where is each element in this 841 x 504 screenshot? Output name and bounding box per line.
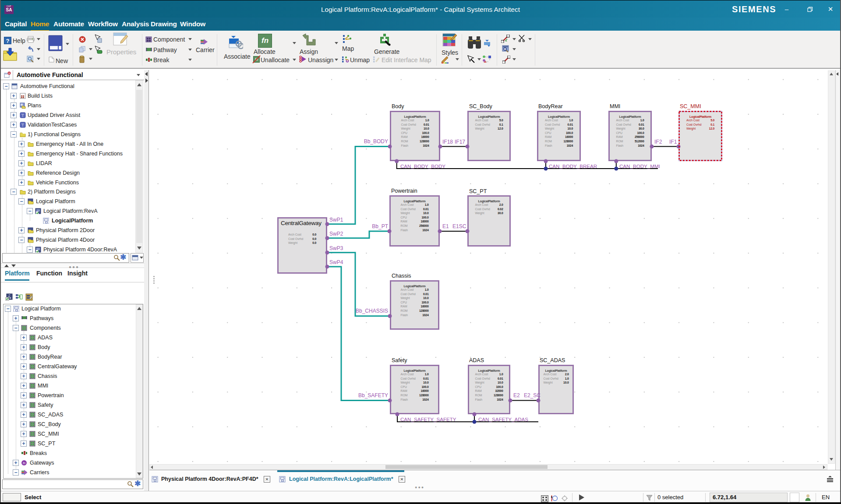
svg-text:E2_SC: E2_SC [524, 392, 541, 398]
svg-text:SwP3: SwP3 [329, 245, 343, 251]
svg-text:E1: E1 [442, 223, 449, 229]
svg-text:CAN_SAFETY_ADAS: CAN_SAFETY_ADAS [478, 416, 528, 422]
svg-text:CAN_BODY_BREAR: CAN_BODY_BREAR [549, 163, 597, 169]
svg-text:SwP1: SwP1 [329, 217, 343, 223]
svg-text:Bb_CHASSIS: Bb_CHASSIS [356, 308, 388, 314]
svg-text:IF1: IF1 [669, 139, 677, 145]
svg-text:Bb_BODY: Bb_BODY [364, 138, 388, 145]
svg-text:IF2: IF2 [654, 139, 662, 145]
svg-text:IF17: IF17 [455, 139, 465, 145]
svg-text:SwP4: SwP4 [329, 259, 343, 265]
svg-text:CAN_BODY_MMI: CAN_BODY_MMI [619, 163, 660, 169]
svg-text:Bb_PT: Bb_PT [372, 223, 388, 229]
svg-text:E1SC: E1SC [452, 223, 466, 229]
svg-text:CAN_BODY_BODY: CAN_BODY_BODY [400, 163, 445, 169]
svg-text:IF18: IF18 [442, 139, 453, 145]
svg-text:Bb_SAFETY: Bb_SAFETY [358, 392, 388, 398]
svg-text:CAN_SAFETY_SAFETY: CAN_SAFETY_SAFETY [400, 416, 456, 422]
svg-text:fn: fn [23, 462, 25, 465]
svg-text:E2: E2 [513, 392, 520, 398]
svg-text:SwP2: SwP2 [329, 231, 343, 237]
